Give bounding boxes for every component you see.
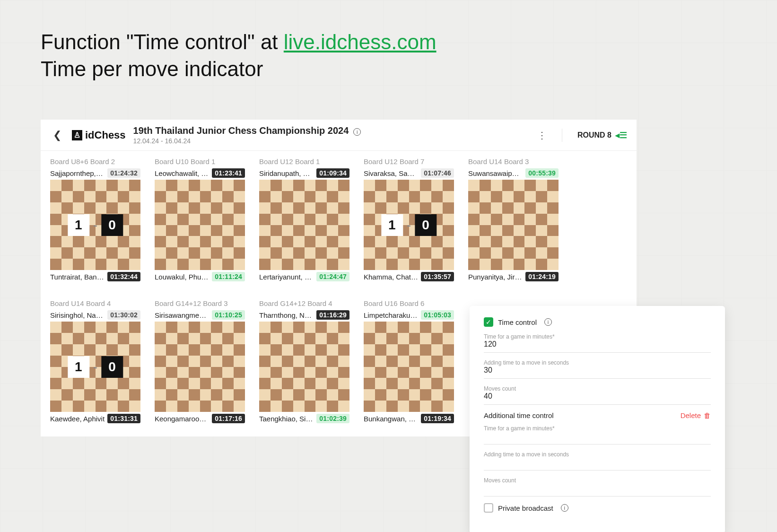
player-clock: 01:19:34 (421, 414, 454, 423)
field-label: Time for a game in minutes* (484, 425, 711, 432)
field-value[interactable] (484, 484, 711, 494)
logo-text: idChess (85, 129, 126, 141)
bottom-player-row: Punyanitya, Jirath 01:24:19 (468, 272, 559, 281)
additional-time-control-label: Additional time control (484, 411, 554, 419)
player-name: Sajjapornthep, Jar… (50, 169, 105, 177)
info-icon[interactable]: i (353, 128, 361, 136)
board-card[interactable]: Board U12 Board 7 Sivaraksa, Sanhawat 01… (364, 157, 454, 283)
chess-board[interactable] (468, 180, 559, 270)
time-control-checkbox[interactable]: ✓ (484, 317, 493, 327)
app-logo[interactable]: ♙ idChess (72, 129, 126, 141)
back-button[interactable]: ❮ (50, 129, 64, 141)
tournament-info: 19th Thailand Junior Chess Championship … (133, 125, 361, 145)
player-name: Sivaraksa, Sanhawat (364, 169, 418, 177)
round-menu-icon: ◂☰ (615, 130, 627, 140)
settings-field[interactable]: Adding time to a move in seconds 30 (484, 359, 711, 379)
chess-board[interactable] (364, 322, 454, 412)
field-value[interactable] (484, 458, 711, 468)
field-value[interactable] (484, 432, 711, 442)
settings-field[interactable]: Moves count 40 (484, 385, 711, 405)
field-value[interactable]: 30 (484, 366, 711, 376)
delete-button[interactable]: Delete 🗑 (681, 411, 711, 419)
field-value[interactable]: 40 (484, 392, 711, 402)
board-card[interactable]: Board U16 Board 6 Limpetcharakul, N… 01:… (364, 299, 454, 425)
title-subtitle: Time per move indicator (41, 55, 437, 82)
field-label: Adding time to a move in seconds (484, 359, 711, 366)
player-clock: 01:32:44 (107, 272, 140, 281)
board-name: Board U8+6 Board 2 (50, 157, 140, 166)
title-link[interactable]: live.idchess.com (284, 30, 437, 53)
chess-board[interactable]: 1-0 (50, 180, 140, 270)
chess-board[interactable]: 1-0 (50, 322, 140, 412)
field-value[interactable]: 120 (484, 340, 711, 350)
chess-board[interactable] (155, 180, 245, 270)
bottom-player-row: Tuntrairat, Banyawat 01:32:44 (50, 272, 140, 281)
settings-field[interactable]: Time for a game in minutes* 120 (484, 333, 711, 353)
player-clock: 01:05:03 (421, 310, 454, 320)
player-clock: 01:35:57 (421, 272, 454, 281)
time-control-row[interactable]: ✓ Time control i (484, 317, 711, 327)
board-card[interactable]: Board U14 Board 3 Suwansawaiphol, … 00:5… (468, 157, 559, 283)
board-card[interactable]: Board G14+12 Board 3 Sirisawangmek, Na… … (155, 299, 245, 425)
player-name: Siridanupath, Gavin (259, 169, 314, 177)
board-name: Board U14 Board 4 (50, 299, 140, 307)
player-name: Sirisawangmek, Na… (155, 311, 209, 319)
round-selector[interactable]: ROUND 8 ◂☰ (570, 130, 627, 140)
player-clock: 01:10:25 (212, 310, 245, 320)
player-clock: 01:23:41 (212, 168, 245, 178)
board-card[interactable]: Board U14 Board 4 Sirisinghol, Nattha… 0… (50, 299, 140, 425)
board-name: Board U10 Board 1 (155, 157, 245, 166)
board-name: Board U12 Board 1 (259, 157, 349, 166)
chess-board[interactable] (259, 322, 349, 412)
player-name: Punyanitya, Jirath (468, 273, 523, 281)
settings-field[interactable]: Adding time to a move in seconds (484, 451, 711, 471)
player-clock: 01:24:47 (316, 272, 349, 281)
top-player-row: Sirisinghol, Nattha… 01:30:02 (50, 310, 140, 320)
board-card[interactable]: Board G14+12 Board 4 Tharnthong, Nanna… … (259, 299, 349, 425)
field-label: Adding time to a move in seconds (484, 451, 711, 458)
player-clock: 01:31:31 (107, 414, 140, 423)
score-overlay: 1-0 (68, 356, 123, 378)
bottom-player-row: Louwakul, Phuwin 01:11:24 (155, 272, 245, 281)
chess-board[interactable] (155, 322, 245, 412)
info-icon[interactable]: i (544, 318, 552, 326)
additional-time-control-row: Additional time control Delete 🗑 (484, 411, 711, 419)
player-clock: 01:07:46 (421, 168, 454, 178)
board-name: Board U14 Board 3 (468, 157, 559, 166)
trash-icon: 🗑 (704, 411, 711, 419)
board-card[interactable]: Board U8+6 Board 2 Sajjapornthep, Jar… 0… (50, 157, 140, 283)
settings-field[interactable]: Moves count (484, 477, 711, 497)
top-player-row: Sajjapornthep, Jar… 01:24:32 (50, 168, 140, 178)
board-card[interactable]: Board U10 Board 1 Leowchawalit, Tan… 01:… (155, 157, 245, 283)
chess-board[interactable]: 1-0 (364, 180, 454, 270)
info-icon[interactable]: i (561, 504, 568, 512)
kebab-menu[interactable]: ⋮ (530, 130, 554, 141)
chess-board[interactable] (259, 180, 349, 270)
player-name: Limpetcharakul, N… (364, 311, 418, 319)
player-name: Taengkhiao, Sirimon (259, 415, 314, 423)
bottom-player-row: Keongamaroon, Ar… 01:17:16 (155, 414, 245, 423)
settings-field[interactable]: Time for a game in minutes* (484, 425, 711, 445)
delete-label: Delete (681, 411, 701, 419)
player-name: Tuntrairat, Banyawat (50, 273, 105, 281)
pawn-icon: ♙ (72, 130, 82, 140)
field-label: Moves count (484, 385, 711, 392)
private-broadcast-label: Private broadcast (498, 504, 553, 512)
board-name: Board G14+12 Board 3 (155, 299, 245, 307)
private-broadcast-row[interactable]: Private broadcast i (484, 503, 711, 513)
player-name: Kaewdee, Aphivit (50, 415, 105, 423)
board-name: Board U16 Board 6 (364, 299, 454, 307)
bottom-player-row: Taengkhiao, Sirimon 01:02:39 (259, 414, 349, 423)
top-player-row: Suwansawaiphol, … 00:55:39 (468, 168, 559, 178)
board-name: Board G14+12 Board 4 (259, 299, 349, 307)
bottom-player-row: Bunkangwan, Veer… 01:19:34 (364, 414, 454, 423)
player-name: Keongamaroon, Ar… (155, 415, 209, 423)
page-title: Function "Time control" at live.idchess.… (41, 28, 437, 82)
private-broadcast-checkbox[interactable] (484, 503, 493, 513)
player-clock: 01:02:39 (316, 414, 349, 423)
time-control-label: Time control (498, 318, 537, 326)
player-clock: 01:09:34 (316, 168, 349, 178)
player-name: Leowchawalit, Tan… (155, 169, 209, 177)
bottom-player-row: Khamma, Chatbhisit 01:35:57 (364, 272, 454, 281)
board-card[interactable]: Board U12 Board 1 Siridanupath, Gavin 01… (259, 157, 349, 283)
